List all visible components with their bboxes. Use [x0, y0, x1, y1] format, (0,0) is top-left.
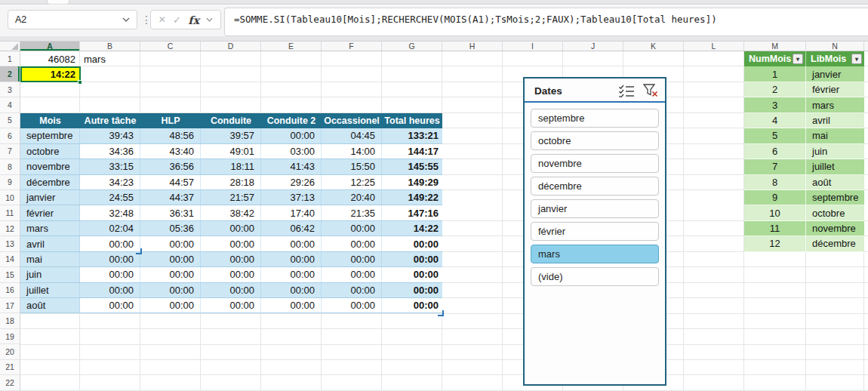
cell-nummois[interactable]: 6 [744, 144, 806, 159]
cell-nummois[interactable]: 11 [744, 221, 806, 236]
cell-libmois[interactable]: février [806, 82, 864, 97]
row-header[interactable]: 6 [0, 128, 20, 143]
column-header[interactable]: D [201, 42, 261, 51]
cell-occassionel[interactable]: 00:00 [322, 267, 382, 282]
hours-table-header-cell[interactable]: Mois [20, 113, 80, 128]
row-header[interactable]: 7 [0, 144, 20, 159]
column-header[interactable]: G [382, 42, 442, 51]
cell-autre-tache[interactable]: 00:00 [80, 236, 140, 251]
table-resize-handle[interactable] [136, 248, 142, 254]
cell-mois[interactable]: décembre [20, 175, 80, 189]
slicer-item[interactable]: novembre [531, 154, 659, 173]
fill-handle[interactable] [78, 80, 82, 85]
cell-a2-selected[interactable]: 14:22 [20, 66, 81, 82]
cell-libmois[interactable]: octobre [806, 205, 864, 220]
slicer-item[interactable]: février [531, 222, 659, 241]
filter-dropdown-icon[interactable]: ▾ [851, 54, 862, 64]
select-all-corner[interactable] [0, 42, 20, 51]
row-header[interactable]: 11 [0, 205, 20, 220]
slicer-item[interactable]: mars [531, 245, 659, 263]
clear-filter-icon[interactable] [643, 84, 658, 97]
cell-autre-tache[interactable]: 00:00 [80, 298, 140, 312]
cell-hlp[interactable]: 00:00 [140, 236, 201, 251]
insert-function-icon[interactable]: fx [188, 14, 199, 26]
row-header[interactable]: 1 [0, 51, 20, 66]
cell-occassionel[interactable]: 21:35 [322, 205, 382, 220]
slicer-item[interactable]: octobre [531, 131, 659, 150]
cell-conduite2[interactable]: 00:00 [261, 236, 322, 251]
cell-hlp[interactable]: 00:00 [140, 252, 201, 266]
cell-autre-tache[interactable]: 24:55 [80, 190, 140, 205]
cell-nummois[interactable]: 1 [744, 66, 806, 81]
cell-mois[interactable]: juin [20, 267, 80, 282]
column-header[interactable]: I [503, 42, 563, 51]
cell-hlp[interactable]: 05:36 [140, 221, 201, 236]
cell-conduite2[interactable]: 00:00 [261, 252, 322, 266]
cell-occassionel[interactable]: 14:00 [322, 144, 382, 159]
cell-occassionel[interactable]: 20:40 [322, 190, 382, 205]
cell-nummois[interactable]: 10 [744, 205, 806, 220]
column-header[interactable]: F [322, 42, 382, 51]
column-header[interactable]: K [623, 42, 684, 51]
cell-a1[interactable]: 46082 [20, 51, 80, 66]
name-box[interactable]: A2 [8, 10, 137, 29]
nummois-header-cell[interactable]: NumMois ▾ [744, 51, 806, 66]
cancel-icon[interactable]: ✕ [159, 14, 166, 25]
row-header[interactable]: 18 [0, 313, 20, 328]
cell-conduite2[interactable]: 37:13 [261, 190, 322, 205]
cell-total-heures[interactable]: 133:21 [382, 128, 442, 143]
formula-input[interactable]: =SOMME.SI(Tableau10[Mois];RECHERCHEV(MOI… [224, 8, 868, 36]
hours-table-header-cell[interactable]: HLP [140, 113, 201, 128]
chevron-down-icon[interactable] [122, 17, 130, 22]
row-header[interactable]: 17 [0, 298, 20, 313]
cell-libmois[interactable]: avril [806, 113, 864, 128]
column-header[interactable]: M [744, 42, 806, 51]
row-header[interactable]: 3 [0, 82, 20, 97]
cell-libmois[interactable]: septembre [806, 190, 864, 205]
column-header[interactable]: E [261, 42, 322, 51]
cell-autre-tache[interactable]: 00:00 [80, 267, 140, 282]
column-header[interactable]: H [442, 42, 503, 51]
cell-mois[interactable]: octobre [20, 144, 80, 159]
cell-conduite[interactable]: 00:00 [201, 283, 261, 297]
cell-hlp[interactable]: 36:56 [140, 159, 201, 174]
cell-total-heures[interactable]: 147:16 [382, 205, 442, 220]
cell-libmois[interactable]: mars [806, 97, 864, 112]
slicer-item[interactable]: (vide) [531, 267, 659, 286]
cell-mois[interactable]: avril [20, 236, 80, 251]
dates-slicer[interactable]: Dates [523, 77, 666, 386]
row-header[interactable]: 13 [0, 236, 20, 251]
cell-libmois[interactable]: janvier [806, 66, 864, 81]
slicer-item[interactable]: septembre [531, 109, 659, 128]
slicer-item[interactable]: décembre [531, 177, 659, 196]
cell-conduite2[interactable]: 29:26 [261, 175, 322, 189]
cell-total-heures[interactable]: 149:29 [382, 175, 442, 189]
row-header[interactable]: 14 [0, 252, 20, 267]
cell-nummois[interactable]: 3 [744, 97, 806, 112]
cell-libmois[interactable]: juin [806, 144, 864, 159]
slicer-item[interactable]: janvier [531, 199, 659, 218]
cell-hlp[interactable]: 44:57 [140, 175, 201, 189]
row-header[interactable]: 20 [0, 344, 20, 359]
cell-conduite[interactable]: 38:42 [201, 205, 261, 220]
column-header[interactable]: L [684, 42, 744, 51]
cell-autre-tache[interactable]: 02:04 [80, 221, 140, 236]
cell-nummois[interactable]: 5 [744, 128, 806, 143]
cell-conduite2[interactable]: 00:00 [261, 128, 322, 143]
cell-hlp[interactable]: 44:37 [140, 190, 201, 205]
cell-occassionel[interactable]: 15:50 [322, 159, 382, 174]
cell-nummois[interactable]: 4 [744, 113, 806, 128]
column-header[interactable]: B [80, 42, 140, 51]
filter-dropdown-icon[interactable]: ▾ [793, 54, 803, 64]
row-header[interactable]: 19 [0, 329, 20, 344]
column-header[interactable]: C [140, 42, 201, 51]
hours-table-header-cell[interactable]: Total heures [382, 113, 442, 128]
row-header[interactable]: 21 [0, 360, 20, 375]
column-header[interactable]: N [806, 42, 864, 51]
cell-hlp[interactable]: 36:31 [140, 205, 201, 220]
cell-mois[interactable]: novembre [20, 159, 80, 174]
cell-nummois[interactable]: 12 [744, 236, 806, 251]
cell-conduite2[interactable]: 00:00 [261, 283, 322, 297]
cell-libmois[interactable]: décembre [806, 236, 864, 251]
cell-autre-tache[interactable]: 34:36 [80, 144, 140, 159]
